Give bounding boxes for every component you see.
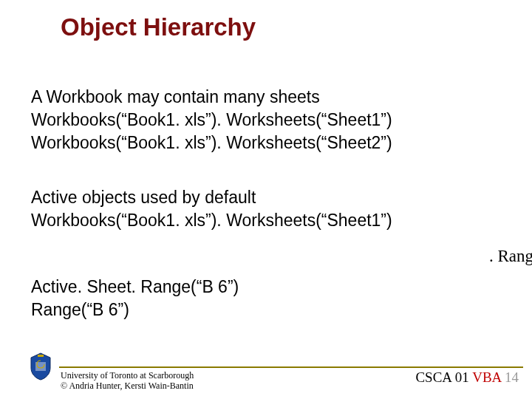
course-topic: VBA bbox=[472, 369, 501, 385]
text-line: Workbooks(“Book1. xls”). Worksheets(“She… bbox=[31, 132, 392, 154]
text-line: Active. Sheet. Range(“B 6”) bbox=[31, 276, 239, 299]
footer-course: CSCA 01 VBA 14 bbox=[415, 369, 519, 386]
text-line: Workbooks(“Book1. xls”). Worksheets(“She… bbox=[31, 109, 392, 132]
text-line: Range(“B 6”) bbox=[31, 299, 239, 321]
section-active-objects: Active objects used by default Workbooks… bbox=[31, 186, 392, 232]
slide-title: Object Hierarchy bbox=[61, 13, 256, 41]
footer-attribution: University of Toronto at Scarborough © A… bbox=[61, 371, 194, 392]
text-line: Active objects used by default bbox=[31, 186, 392, 209]
footer-rule bbox=[59, 366, 523, 368]
copyright-line: © Andria Hunter, Kersti Wain-Bantin bbox=[61, 381, 194, 392]
section-range-examples: Active. Sheet. Range(“B 6”) Range(“B 6”) bbox=[31, 276, 239, 321]
text-line: A Workbook may contain many sheets bbox=[31, 86, 392, 109]
text-line: Workbooks(“Book1. xls”). Worksheets(“She… bbox=[31, 209, 392, 232]
svg-rect-0 bbox=[38, 355, 44, 357]
slide-footer: University of Toronto at Scarborough © A… bbox=[0, 355, 532, 399]
university-crest-icon bbox=[28, 352, 53, 381]
section-workbook-sheets: A Workbook may contain many sheets Workb… bbox=[31, 86, 392, 154]
slide-number: 14 bbox=[505, 369, 519, 385]
course-code: CSCA 01 bbox=[415, 369, 468, 385]
overflow-text-right: . Rang bbox=[489, 247, 532, 266]
university-name: University of Toronto at Scarborough bbox=[61, 371, 194, 381]
